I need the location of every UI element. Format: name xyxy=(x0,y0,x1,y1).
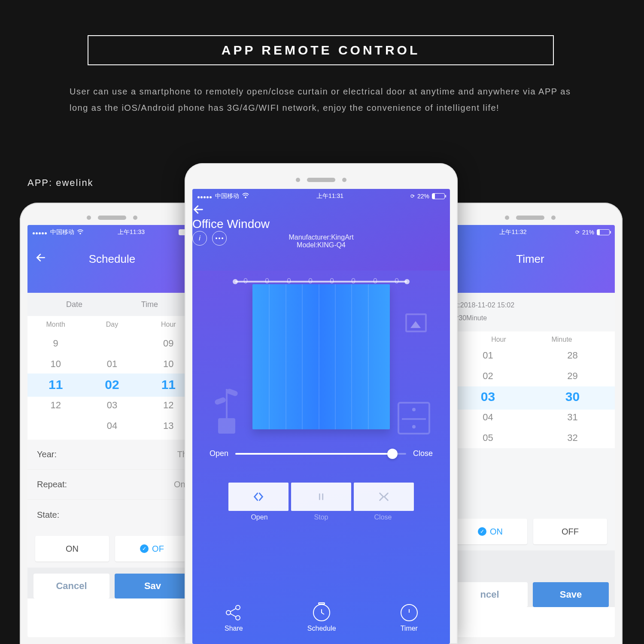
status-bar: 中国移动 上午11:31 ⟳ 22% xyxy=(192,189,450,204)
open-button[interactable] xyxy=(228,483,289,511)
on-button[interactable]: ✓ON xyxy=(453,519,527,544)
curtain-scene xyxy=(218,275,424,438)
timer-icon xyxy=(401,604,418,621)
close-button[interactable] xyxy=(354,483,414,511)
carrier: 中国移动 xyxy=(215,192,239,200)
time-picker[interactable]: 0128 0229 0330 0431 0532 xyxy=(446,345,615,448)
header: 上午11:32 ⟳ 21% Timer xyxy=(446,225,615,293)
timer-info: at:2018-11-02 15:02 ur30Minute xyxy=(446,293,615,331)
clock-icon xyxy=(313,604,330,621)
page-title: APP REMOTE CONTROL xyxy=(222,43,420,58)
col-minute: Minute xyxy=(530,336,593,343)
status-bar: 中国移动 上午11:33 xyxy=(27,225,197,240)
off-button[interactable]: ✓OF xyxy=(115,536,189,562)
svg-point-1 xyxy=(245,197,246,198)
check-icon: ✓ xyxy=(478,527,486,536)
svg-point-2 xyxy=(226,611,231,615)
col-hour: Hour xyxy=(467,336,530,343)
phone-control: 中国移动 上午11:31 ⟳ 22% Office Window xyxy=(185,163,458,644)
signal-icon xyxy=(197,193,213,200)
stop-button[interactable] xyxy=(291,483,351,511)
page-title-box: APP REMOTE CONTROL xyxy=(88,35,554,65)
slider-thumb[interactable] xyxy=(387,449,398,459)
bottom-nav: Share Schedule Timer xyxy=(192,592,450,644)
nav-timer[interactable]: Timer xyxy=(401,604,418,632)
svg-point-0 xyxy=(80,233,81,234)
status-time: 上午11:31 xyxy=(316,192,343,200)
col-month: Month xyxy=(27,316,84,333)
position-slider[interactable]: Open Close xyxy=(210,449,433,458)
screen-title: Schedule xyxy=(46,252,178,266)
rotation-lock-icon: ⟳ xyxy=(575,229,580,235)
share-icon xyxy=(225,604,242,621)
nav-share[interactable]: Share xyxy=(225,604,243,632)
phone-schedule: 中国移动 上午11:33 Schedule Date Time xyxy=(20,203,204,644)
wifi-icon xyxy=(77,229,84,236)
row-state: State: xyxy=(27,500,197,530)
status-time: 上午11:33 xyxy=(118,228,145,236)
rotation-lock-icon: ⟳ xyxy=(410,193,415,199)
cancel-button[interactable]: Cancel xyxy=(33,574,109,598)
status-time: 上午11:32 xyxy=(499,228,526,236)
save-button[interactable]: Save xyxy=(533,582,609,607)
back-icon[interactable] xyxy=(192,204,450,217)
svg-point-4 xyxy=(236,616,240,620)
col-day: Day xyxy=(84,316,140,333)
status-bar: 上午11:32 ⟳ 21% xyxy=(446,225,615,240)
header: 中国移动 上午11:31 ⟳ 22% Office Window xyxy=(192,189,450,270)
device-name: Office Window xyxy=(192,217,450,231)
off-button[interactable]: OFF xyxy=(533,519,607,544)
page-description: User can use a smartphone to remotely op… xyxy=(70,83,572,116)
slider-open-label: Open xyxy=(210,449,228,458)
plant-icon xyxy=(214,382,240,434)
slider-track[interactable] xyxy=(235,453,406,455)
slider-close-label: Close xyxy=(413,449,433,458)
screen-title: Timer xyxy=(465,252,596,266)
nav-schedule[interactable]: Schedule xyxy=(307,604,336,632)
wifi-icon xyxy=(242,193,249,200)
picture-icon xyxy=(405,313,427,332)
svg-point-3 xyxy=(236,605,240,610)
date-picker[interactable]: Month 9 10 11 12 Day 01 02 03 04 Hour 09… xyxy=(27,316,197,440)
check-icon: ✓ xyxy=(140,544,149,553)
row-repeat[interactable]: Repeat: Onl xyxy=(27,470,197,500)
dresser-icon xyxy=(398,402,430,434)
carrier: 中国移动 xyxy=(50,228,74,236)
tab-time[interactable]: Time xyxy=(141,300,158,309)
tab-date[interactable]: Date xyxy=(66,300,82,309)
header: 中国移动 上午11:33 Schedule xyxy=(27,225,197,293)
save-button[interactable]: Sav xyxy=(115,574,191,598)
signal-icon xyxy=(33,229,48,236)
app-name-label: APP: ewelink xyxy=(27,177,94,188)
on-button[interactable]: ON xyxy=(35,536,109,562)
cancel-button[interactable]: ncel xyxy=(452,582,528,607)
back-icon[interactable] xyxy=(35,252,46,266)
row-year[interactable]: Year: Th xyxy=(27,440,197,470)
phone-timer: 上午11:32 ⟳ 21% Timer at:2018-11-02 15:02 … xyxy=(438,203,623,644)
tab-bar: Date Time xyxy=(27,293,197,316)
